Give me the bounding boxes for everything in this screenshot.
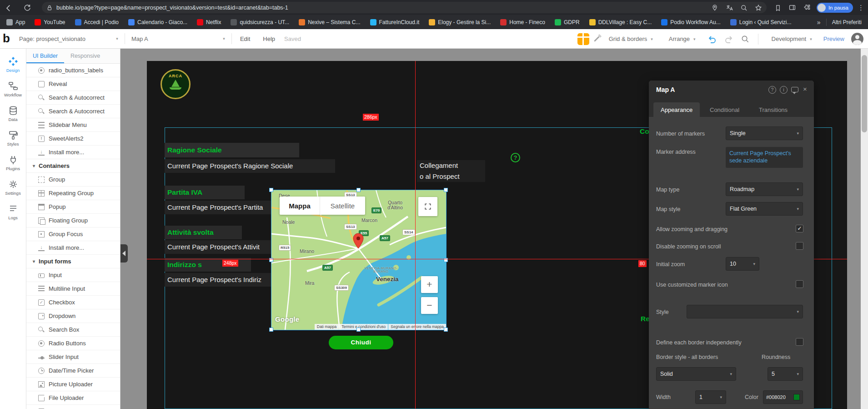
text-element[interactable]: Current Page Prospect's Ragione Sociale	[165, 159, 335, 173]
magic-wand-icon[interactable]	[594, 36, 600, 42]
bookmark-item[interactable]: Netflix	[197, 19, 221, 25]
other-bookmarks[interactable]: Altri Preferiti	[832, 19, 862, 25]
selection-handle[interactable]	[269, 188, 273, 192]
palette-item-install[interactable]: ↓Install more...	[26, 146, 120, 159]
palette-item[interactable]: Group Focus	[26, 227, 120, 241]
bookmarks-overflow-icon[interactable]: »	[817, 19, 821, 26]
number-of-markers-select[interactable]: Single▾	[726, 126, 803, 140]
palette-section-input-forms[interactable]: ▾Input forms	[26, 255, 120, 268]
marker-address-field[interactable]: Current Page Prospect's sede aziendale	[726, 147, 803, 168]
palette-item[interactable]: Input	[26, 268, 120, 282]
comment-icon[interactable]	[791, 87, 798, 92]
back-icon[interactable]	[4, 3, 14, 13]
bookmark-item[interactable]: GDPR	[555, 19, 580, 25]
map-tab-satellite[interactable]: Satellite	[320, 197, 365, 215]
style-select[interactable]: ▾	[687, 305, 803, 318]
palette-item[interactable]: Picture Uploader	[26, 378, 120, 391]
fullscreen-icon[interactable]	[418, 197, 437, 216]
tab-conditional[interactable]: Conditional	[702, 102, 747, 117]
rail-item-plugins[interactable]: Plugins	[0, 151, 26, 175]
bookmark-star-icon[interactable]	[755, 4, 762, 11]
palette-item[interactable]: Slidebar Menu	[26, 118, 120, 132]
side-panel-icon[interactable]	[788, 3, 798, 13]
palette-item[interactable]: File Uploader	[26, 391, 120, 405]
zoom-icon[interactable]	[740, 4, 748, 11]
info-icon[interactable]: i	[780, 86, 788, 94]
palette-item[interactable]: ▾Dropdown	[26, 309, 120, 323]
rail-item-data[interactable]: Data	[0, 101, 26, 126]
palette-item[interactable]: Group	[26, 173, 120, 187]
location-icon[interactable]	[711, 4, 718, 11]
clipped-text-element[interactable]: Co	[637, 125, 649, 138]
address-bar[interactable]: bubble.io/page?type=page&name=prospect_v…	[42, 2, 767, 13]
bookmark-item[interactable]: Elogy - Gestire la Si...	[429, 19, 491, 25]
help-icon[interactable]: ?	[511, 153, 520, 162]
border-style-select[interactable]: Solid▾	[656, 367, 736, 381]
tab-transitions[interactable]: Transitions	[752, 102, 795, 117]
zoom-in-button[interactable]: +	[421, 276, 438, 293]
palette-item[interactable]: Search & Autocorrect	[26, 105, 120, 118]
bookmark-item[interactable]: App	[6, 19, 25, 25]
preview-button[interactable]: Preview	[823, 35, 844, 42]
palette-section-containers[interactable]: ▾Containers	[26, 159, 120, 173]
attribution-link[interactable]: Termini e condizioni d'uso	[339, 324, 388, 330]
bookmark-item[interactable]: Podio Workflow Au...	[661, 19, 721, 25]
rail-item-logs[interactable]: Logs	[0, 200, 26, 224]
selection-handle[interactable]	[356, 328, 361, 332]
border-independent-checkbox[interactable]	[796, 338, 803, 346]
extensions-icon[interactable]	[802, 3, 812, 13]
selection-handle[interactable]	[444, 188, 448, 192]
redo-icon[interactable]	[724, 34, 734, 44]
menu-help[interactable]: Help	[256, 35, 281, 42]
text-element[interactable]: Attività svolta	[165, 226, 242, 239]
map-element[interactable]: Dese Quarto d'Altino Noale Marcon Mirano…	[271, 190, 446, 330]
palette-item[interactable]: Date/Time Picker	[26, 364, 120, 378]
selection-handle[interactable]	[269, 328, 273, 332]
disable-scroll-checkbox[interactable]	[796, 242, 803, 250]
bubble-logo[interactable]: b	[3, 31, 10, 45]
palette-item[interactable]: Multiline Input	[26, 282, 120, 296]
reading-list-icon[interactable]	[773, 3, 783, 13]
reload-icon[interactable]	[22, 3, 32, 13]
palette-item[interactable]: Search & Autocorrect	[26, 91, 120, 105]
text-element[interactable]: Partita IVA	[165, 186, 245, 199]
search-icon[interactable]	[741, 35, 749, 43]
palette-item[interactable]: Repeating Group	[26, 187, 120, 200]
clipped-text-element[interactable]: Re	[638, 312, 650, 326]
palette-item[interactable]: !SweetAlerts2	[26, 132, 120, 146]
palette-item[interactable]: Popup	[26, 200, 120, 214]
rail-item-workflow[interactable]: Workflow	[0, 77, 26, 101]
map-style-select[interactable]: Flat Green▾	[726, 202, 803, 216]
menu-edit[interactable]: Edit	[234, 35, 256, 42]
allow-zoom-checkbox[interactable]: ✓	[796, 225, 803, 232]
palette-collapse-handle[interactable]	[120, 244, 128, 263]
zoom-out-button[interactable]: −	[421, 297, 438, 314]
palette-item[interactable]: ✓	[26, 405, 120, 409]
bookmark-item[interactable]: Login ‹ Quid Servizi...	[730, 19, 792, 25]
bookmark-item[interactable]: Accedi | Podio	[75, 19, 119, 25]
palette-item[interactable]: Floating Group	[26, 214, 120, 227]
palette-item[interactable]: Reveal	[26, 77, 120, 91]
text-element[interactable]: Ragione Sociale	[165, 143, 299, 157]
bookmark-item[interactable]: YouTube	[35, 19, 65, 25]
rail-item-settings[interactable]: Settings	[0, 175, 26, 200]
page-dropdown[interactable]: Page: prospect_visionato▾	[15, 32, 123, 45]
map-type-select[interactable]: Roadmap▾	[726, 182, 803, 196]
arrange-dropdown[interactable]: Arrange▾	[664, 32, 700, 46]
selection-handle[interactable]	[444, 328, 448, 332]
user-avatar[interactable]	[851, 33, 863, 45]
palette-item[interactable]: Radio Buttons	[26, 337, 120, 350]
environment-dropdown[interactable]: Development▾	[767, 32, 817, 46]
border-width-select[interactable]: 1▾	[695, 390, 726, 404]
tab-appearance[interactable]: Appearance	[653, 102, 700, 117]
attribution-link[interactable]: Segnala un errore nella mappa	[388, 324, 446, 330]
bookmark-item[interactable]: Calendario - Giaco...	[128, 19, 187, 25]
palette-item[interactable]: radio_buttons_labels	[26, 64, 120, 77]
browser-menu-icon[interactable]: ⋮	[858, 4, 864, 12]
bookmark-item[interactable]: Nexive – Sistema C...	[299, 19, 360, 25]
palette-item[interactable]: Slider Input	[26, 350, 120, 364]
tab-ui-builder[interactable]: UI Builder	[26, 49, 64, 63]
initial-zoom-select[interactable]: 10▾	[726, 257, 759, 271]
selection-handle[interactable]	[356, 188, 361, 192]
map-tab-mappa[interactable]: Mappa	[280, 197, 320, 215]
